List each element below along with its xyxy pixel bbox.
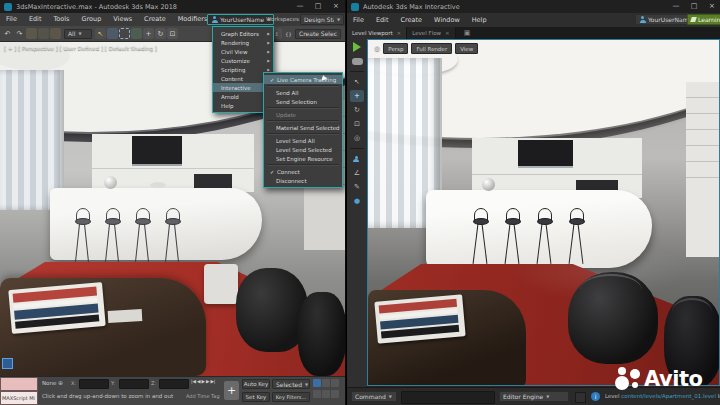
menu-item-send-all[interactable]: Send All <box>264 88 342 97</box>
menu-item-level-send-selected[interactable]: Level Send Selected <box>264 145 342 154</box>
macro-recorder-field[interactable] <box>0 377 38 391</box>
select-object-icon[interactable]: ↖ <box>95 28 106 39</box>
selection-filter-dropdown[interactable]: All ▼ <box>64 29 92 39</box>
key-filter-dropdown[interactable]: Selected▼ <box>272 379 310 389</box>
go-to-end-button[interactable]: ▶| <box>210 379 215 384</box>
snap-tool[interactable]: ◎ <box>350 132 364 144</box>
interactive-level-viewport[interactable]: ⚙ Persp Full Render View <box>367 39 720 386</box>
close-button[interactable]: × <box>327 0 345 13</box>
log-toggle-checkbox[interactable] <box>575 392 586 403</box>
previous-key-button[interactable]: ◀ <box>197 379 200 384</box>
panel-menu-icon[interactable]: ▣ <box>464 27 471 39</box>
menu-item-send-selection[interactable]: Send Selection <box>264 97 342 106</box>
menu-item-graph-editors[interactable]: Graph Editors▶ <box>213 29 273 38</box>
character-tool[interactable] <box>350 153 364 165</box>
minimize-button[interactable]: — <box>291 0 309 13</box>
menu-item-rendering[interactable]: Rendering▶ <box>213 38 273 47</box>
select-rotate-icon[interactable]: ↻ <box>155 28 166 39</box>
workspace-dropdown[interactable]: Design Standard ▼ <box>300 14 344 25</box>
redo-icon[interactable]: ↷ <box>14 28 25 39</box>
close-tab-icon[interactable]: × <box>397 30 402 36</box>
command-input[interactable] <box>401 391 495 404</box>
full-render-button[interactable]: Full Render <box>411 43 452 54</box>
play-animation-button[interactable]: ▶ <box>201 379 204 384</box>
select-move-icon[interactable]: + <box>143 28 154 39</box>
menu-create[interactable]: Create <box>394 14 428 27</box>
maxscript-mini-listener[interactable]: MAXScript Mi <box>0 391 38 405</box>
menu-edit[interactable]: Edit <box>23 13 48 26</box>
menu-item-level-send-all[interactable]: Level Send All <box>264 136 342 145</box>
create-selection-set-field[interactable]: Create Selection Set <box>295 29 341 39</box>
play-level-button[interactable] <box>350 41 364 53</box>
menu-group[interactable]: Group <box>76 13 108 26</box>
minimize-button[interactable]: — <box>667 0 685 13</box>
menu-create[interactable]: Create <box>138 13 172 26</box>
select-scale-icon[interactable]: ⊡ <box>167 28 178 39</box>
lounge-chair <box>298 292 345 376</box>
select-by-name-icon[interactable] <box>107 28 118 39</box>
pen-tool[interactable]: ✎ <box>350 181 364 193</box>
set-key-button[interactable]: Set Key <box>242 392 270 402</box>
named-selection-sets-icon[interactable]: {} <box>283 28 294 39</box>
menu-file[interactable]: File <box>0 13 23 26</box>
menu-item-disconnect[interactable]: Disconnect <box>264 176 342 185</box>
menu-item-connect[interactable]: ✓Connect <box>264 167 342 176</box>
next-key-button[interactable]: ▶ <box>206 379 209 384</box>
view-button[interactable]: View <box>455 43 478 54</box>
axis-lock-icon[interactable]: ⊕ <box>58 379 63 386</box>
add-time-tag[interactable]: Add Time Tag <box>186 393 220 399</box>
auto-key-button[interactable]: Auto Key <box>242 379 270 389</box>
maximize-button[interactable]: □ <box>685 0 703 13</box>
tab-level-viewport[interactable]: Level Viewport× <box>347 27 407 39</box>
view-cube-nav-button[interactable]: + <box>224 381 239 400</box>
zoom-all-icon[interactable] <box>322 379 330 387</box>
menu-edit[interactable]: Edit <box>370 14 395 27</box>
viewport-settings-gear-icon[interactable]: ⚙ <box>374 45 380 53</box>
level-path-link[interactable]: content/levels/Apartment_01.level <box>621 393 716 399</box>
chevron-down-icon: ▼ <box>337 17 340 22</box>
menu-item-live-camera-tracking[interactable]: ✓Live Camera Tracking <box>264 75 342 84</box>
zoom-viewport-icon[interactable] <box>313 379 321 387</box>
scale-tool[interactable]: ⊡ <box>350 118 364 130</box>
bind-spacewarp-icon[interactable] <box>50 28 61 39</box>
menu-tools[interactable]: Tools <box>47 13 75 26</box>
maximize-viewport-icon[interactable] <box>331 390 339 398</box>
close-tab-icon[interactable]: × <box>445 30 450 36</box>
menu-item-set-engine-resource[interactable]: Set Engine Resource <box>264 154 342 163</box>
select-link-icon[interactable] <box>26 28 37 39</box>
perspective-button[interactable]: Persp <box>383 43 408 54</box>
undo-icon[interactable]: ↶ <box>2 28 13 39</box>
x-coord-field[interactable] <box>79 379 109 389</box>
engine-dropdown[interactable]: Editor Engine▼ <box>499 391 569 402</box>
window-crossing-icon[interactable] <box>131 28 142 39</box>
z-coord-field[interactable] <box>159 379 189 389</box>
pan-view-icon[interactable] <box>313 390 321 398</box>
command-dropdown[interactable]: Command▼ <box>351 391 397 402</box>
close-button[interactable]: × <box>703 0 720 13</box>
user-account-button[interactable]: YourUserName ▼ <box>207 14 274 25</box>
learning-button[interactable]: Learning <box>687 14 720 25</box>
menu-item-material-send-selected[interactable]: Material Send Selected <box>264 123 342 132</box>
rotate-tool[interactable]: ↻ <box>350 104 364 116</box>
menu-item-customize[interactable]: Customize▶ <box>213 56 273 65</box>
orbit-view-icon[interactable] <box>322 390 330 398</box>
zoom-extents-icon[interactable] <box>331 379 339 387</box>
unlink-icon[interactable] <box>38 28 49 39</box>
key-filters-button[interactable]: Key Filters... <box>272 392 310 402</box>
tab-level-flow[interactable]: Level Flow× <box>407 27 455 39</box>
menu-window[interactable]: Window <box>428 14 466 27</box>
menu-views[interactable]: Views <box>107 13 138 26</box>
paint-tool[interactable]: ● <box>350 195 364 207</box>
rectangular-selection-icon[interactable] <box>119 28 130 39</box>
menu-item-civil-view[interactable]: Civil View▶ <box>213 47 273 56</box>
select-tool[interactable]: ↖ <box>350 76 364 88</box>
maximize-button[interactable]: □ <box>309 0 327 13</box>
menu-help[interactable]: Help <box>466 14 493 27</box>
gamepad-test-button[interactable] <box>350 55 364 67</box>
menu-file[interactable]: File <box>347 14 370 27</box>
move-tool[interactable]: + <box>350 90 364 102</box>
y-coord-field[interactable] <box>119 379 149 389</box>
angle-measure-tool[interactable]: ∠ <box>350 167 364 179</box>
viewport-label[interactable]: [ + ] [ Perspective ] [ User Defined ] [… <box>4 45 157 51</box>
go-to-start-button[interactable]: |◀ <box>191 379 196 384</box>
